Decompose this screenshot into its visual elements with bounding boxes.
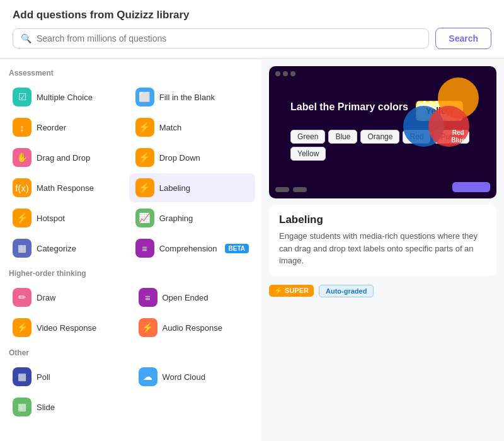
item-comprehension[interactable]: ≡ComprehensionBETA [129, 234, 255, 263]
items-grid: ▦Poll☁Word Cloud▦Slide [6, 362, 255, 421]
item-math-response[interactable]: f(x)Math Response [6, 173, 127, 202]
item-drop-down[interactable]: ⚡Drop Down [129, 143, 255, 172]
nav-dot-1 [275, 187, 289, 192]
drop-down-icon: ⚡ [135, 148, 154, 167]
section-label-assessment: Assessment [6, 69, 255, 77]
reorder-label: Reorder [37, 123, 66, 132]
draw-icon: ✏ [13, 288, 32, 307]
labeling-label: Labeling [159, 183, 190, 193]
item-match[interactable]: ⚡Match [129, 113, 255, 142]
item-open-ended[interactable]: ≡Open Ended [132, 283, 256, 312]
nav-dot-2 [293, 187, 307, 192]
item-labeling[interactable]: ⚡Labeling [129, 173, 255, 202]
autograded-badge: Auto-graded [319, 285, 374, 297]
preview-tag: Green [290, 130, 325, 144]
slide-icon: ▦ [13, 398, 32, 416]
items-grid: ✏Draw≡Open Ended⚡Video Response⚡Audio Re… [6, 283, 255, 342]
venn-diagram: RedBlue [403, 77, 479, 153]
comprehension-label: Comprehension [159, 244, 217, 253]
match-icon: ⚡ [135, 118, 154, 137]
fill-in-blank-label: Fill in the Blank [159, 93, 215, 102]
categorize-label: Categorize [37, 244, 76, 253]
graphing-icon: 📈 [135, 209, 154, 227]
section-label-higher-order-thinking: Higher-order thinking [6, 269, 255, 278]
draw-label: Draw [37, 293, 55, 302]
page-title: Add questions from Quizizz library [13, 9, 491, 21]
item-word-cloud[interactable]: ☁Word Cloud [132, 362, 256, 391]
hotspot-icon: ⚡ [13, 209, 32, 227]
info-description: Engage students with media-rich question… [279, 230, 486, 267]
preview-bottom-bar [452, 182, 490, 192]
labeling-icon: ⚡ [135, 178, 154, 197]
preview-card: Label the Primary colors Yellow GreenBlu… [269, 66, 496, 198]
item-reorder[interactable]: ↕Reorder [6, 113, 127, 142]
preview-tag: Orange [360, 130, 399, 144]
super-badge: ⚡ SUPER [269, 285, 314, 297]
right-panel: Label the Primary colors Yellow GreenBlu… [261, 59, 504, 441]
audio-response-icon: ⚡ [139, 318, 158, 337]
search-icon: 🔍 [21, 33, 32, 43]
item-draw[interactable]: ✏Draw [6, 283, 130, 312]
video-response-label: Video Response [37, 323, 96, 333]
multiple-choice-label: Multiple Choice [37, 93, 93, 102]
poll-label: Poll [37, 372, 50, 382]
info-title: Labeling [279, 214, 486, 226]
item-hotspot[interactable]: ⚡Hotspot [6, 203, 127, 232]
fill-in-blank-icon: ⬜ [135, 88, 154, 106]
search-row: 🔍 Search [13, 28, 491, 49]
section-label-other: Other [6, 348, 255, 357]
math-response-label: Math Response [37, 183, 94, 193]
open-ended-label: Open Ended [163, 293, 209, 302]
multiple-choice-icon: ☑ [13, 88, 32, 106]
word-cloud-icon: ☁ [139, 367, 158, 386]
beta-badge: BETA [225, 244, 249, 253]
main-content: Assessment☑Multiple Choice⬜Fill in the B… [0, 59, 504, 441]
drag-and-drop-icon: ✋ [13, 148, 32, 167]
window-dot-3 [290, 71, 295, 76]
preview-tag: Blue [328, 130, 357, 144]
item-multiple-choice[interactable]: ☑Multiple Choice [6, 83, 127, 112]
left-panel: Assessment☑Multiple Choice⬜Fill in the B… [0, 59, 261, 441]
categorize-icon: ▦ [13, 239, 32, 258]
audio-response-label: Audio Response [163, 323, 222, 333]
drop-down-label: Drop Down [159, 153, 200, 163]
reorder-icon: ↕ [13, 118, 32, 137]
word-cloud-label: Word Cloud [163, 372, 205, 382]
drag-and-drop-label: Drag and Drop [37, 153, 90, 163]
item-fill-in-blank[interactable]: ⬜Fill in the Blank [129, 83, 255, 112]
match-label: Match [159, 123, 181, 132]
bottom-badges: ⚡ SUPER Auto-graded [269, 285, 496, 297]
search-input[interactable] [37, 33, 421, 43]
open-ended-icon: ≡ [139, 288, 158, 307]
video-response-icon: ⚡ [13, 318, 32, 337]
poll-icon: ▦ [13, 367, 32, 386]
preview-tag: Yellow [290, 147, 326, 161]
window-dot-2 [283, 71, 288, 76]
item-drag-and-drop[interactable]: ✋Drag and Drop [6, 143, 127, 172]
info-section: Labeling Engage students with media-rich… [269, 205, 496, 276]
math-response-icon: f(x) [13, 178, 32, 197]
hotspot-label: Hotspot [37, 214, 65, 223]
red-blue-label: RedBlue [451, 129, 465, 144]
item-slide[interactable]: ▦Slide [6, 392, 130, 421]
item-categorize[interactable]: ▦Categorize [6, 234, 127, 263]
items-grid: ☑Multiple Choice⬜Fill in the Blank↕Reord… [6, 83, 255, 263]
preview-question-title: Label the Primary colors [290, 101, 408, 113]
item-poll[interactable]: ▦Poll [6, 362, 130, 391]
item-video-response[interactable]: ⚡Video Response [6, 313, 130, 342]
item-audio-response[interactable]: ⚡Audio Response [132, 313, 256, 342]
search-button[interactable]: Search [435, 28, 491, 49]
item-graphing[interactable]: 📈Graphing [129, 203, 255, 232]
slide-label: Slide [37, 403, 55, 412]
comprehension-icon: ≡ [135, 239, 154, 258]
window-dot-1 [275, 71, 280, 76]
search-input-wrap: 🔍 [13, 28, 429, 49]
top-bar: Add questions from Quizizz library 🔍 Sea… [0, 0, 504, 59]
graphing-label: Graphing [159, 214, 193, 223]
